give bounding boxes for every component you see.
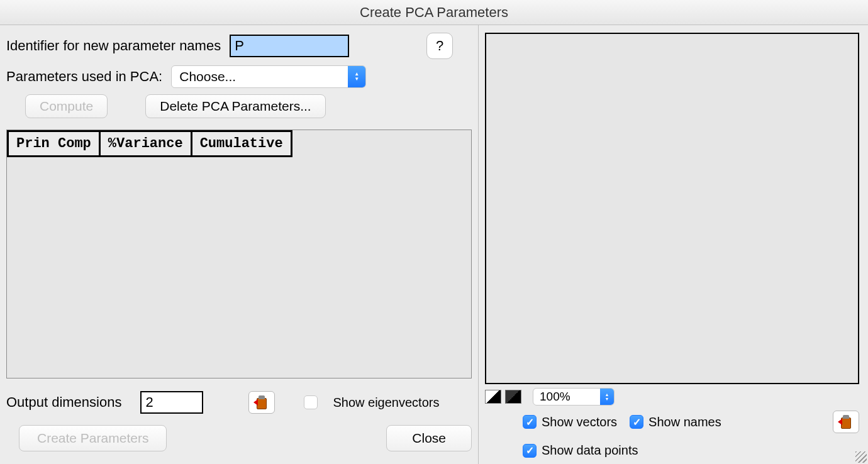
chevron-updown-icon: ▲▼ — [600, 389, 614, 405]
right-pane: 100% ▲▼ Show vectors Show names — [478, 25, 868, 464]
delete-pca-params-label: Delete PCA Parameters... — [160, 99, 311, 113]
col-variance: %Variance — [99, 131, 191, 157]
plot-canvas[interactable] — [485, 33, 859, 384]
show-data-points-item: Show data points — [523, 443, 638, 458]
main-area: Identifier for new parameter names ? Par… — [0, 25, 868, 464]
help-icon: ? — [436, 38, 443, 54]
left-pane: Identifier for new parameter names ? Par… — [0, 25, 478, 464]
clipboard-icon — [840, 415, 852, 429]
params-used-label: Parameters used in PCA: — [6, 69, 162, 85]
window-title-text: Create PCA Parameters — [360, 4, 508, 21]
zoom-select[interactable]: 100% ▲▼ — [533, 388, 615, 406]
color-swatch-light[interactable] — [485, 390, 501, 404]
show-eigenvectors-checkbox[interactable] — [304, 395, 318, 409]
show-names-item: Show names — [630, 415, 721, 429]
plot-toolbar: 100% ▲▼ — [485, 388, 859, 406]
clipboard-icon — [256, 395, 267, 409]
bottom-buttons-row: Create Parameters Close — [6, 425, 472, 451]
compute-button[interactable]: Compute — [25, 94, 108, 118]
zoom-value: 100% — [533, 390, 600, 404]
compute-button-label: Compute — [40, 99, 93, 113]
pca-table-wrap[interactable]: Prin Comp %Variance Cumulative — [6, 130, 472, 378]
compute-row: Compute Delete PCA Parameters... — [6, 94, 472, 118]
identifier-row: Identifier for new parameter names ? — [6, 33, 472, 59]
help-button[interactable]: ? — [426, 33, 453, 59]
identifier-input[interactable] — [230, 35, 349, 57]
resize-grip-icon[interactable] — [855, 451, 867, 463]
output-dimensions-label: Output dimensions — [6, 394, 121, 411]
show-vectors-label: Show vectors — [542, 415, 617, 429]
show-eigenvectors-label: Show eigenvectors — [333, 395, 439, 410]
clipboard-button-left[interactable] — [248, 391, 275, 414]
show-vectors-checkbox[interactable] — [523, 415, 537, 429]
params-row: Parameters used in PCA: Choose... ▲▼ — [6, 65, 472, 88]
col-prin-comp: Prin Comp — [8, 131, 100, 157]
show-data-points-label: Show data points — [542, 443, 638, 458]
col-cumulative: Cumulative — [191, 131, 291, 157]
show-data-points-checkbox[interactable] — [523, 444, 537, 458]
show-names-label: Show names — [648, 415, 721, 429]
delete-pca-params-button[interactable]: Delete PCA Parameters... — [145, 94, 325, 118]
show-names-checkbox[interactable] — [630, 415, 643, 429]
create-parameters-button[interactable]: Create Parameters — [19, 425, 167, 451]
window-title: Create PCA Parameters — [0, 0, 868, 25]
clipboard-button-right[interactable] — [833, 411, 859, 433]
create-parameters-label: Create Parameters — [37, 431, 148, 445]
show-vectors-item: Show vectors — [523, 415, 617, 429]
params-select[interactable]: Choose... ▲▼ — [171, 65, 366, 88]
identifier-label: Identifier for new parameter names — [6, 38, 221, 54]
color-swatch-dark[interactable] — [505, 390, 521, 404]
pca-table: Prin Comp %Variance Cumulative — [7, 130, 292, 157]
close-button[interactable]: Close — [386, 425, 472, 451]
plot-options: Show vectors Show names Show data points — [485, 406, 859, 458]
output-dimensions-input[interactable] — [140, 391, 203, 414]
params-select-text: Choose... — [172, 69, 348, 84]
output-dim-row: Output dimensions Show eigenvectors — [6, 391, 472, 414]
close-button-label: Close — [412, 431, 446, 445]
chevron-updown-icon: ▲▼ — [348, 66, 365, 87]
